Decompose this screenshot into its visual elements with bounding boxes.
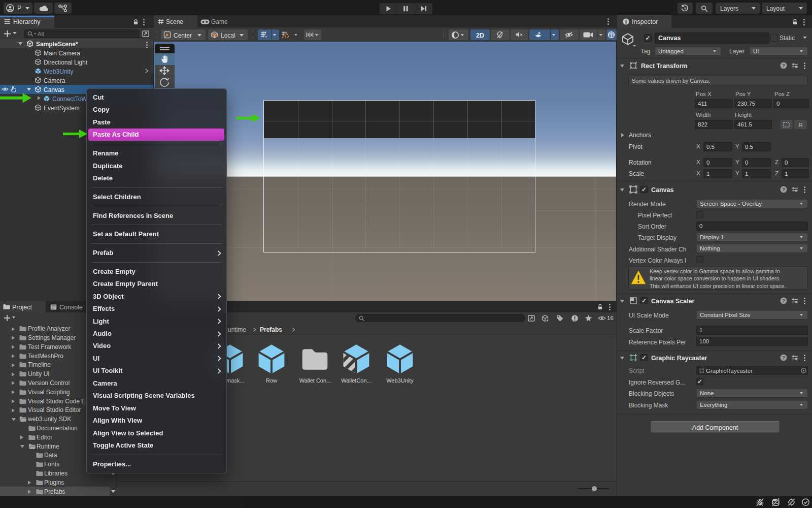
svg-text:?: ? — [782, 62, 785, 68]
svg-text:Y: Y — [265, 35, 267, 39]
svg-text:?: ? — [782, 186, 785, 192]
svg-text:?: ? — [782, 355, 785, 360]
svg-text:?: ? — [782, 298, 785, 303]
